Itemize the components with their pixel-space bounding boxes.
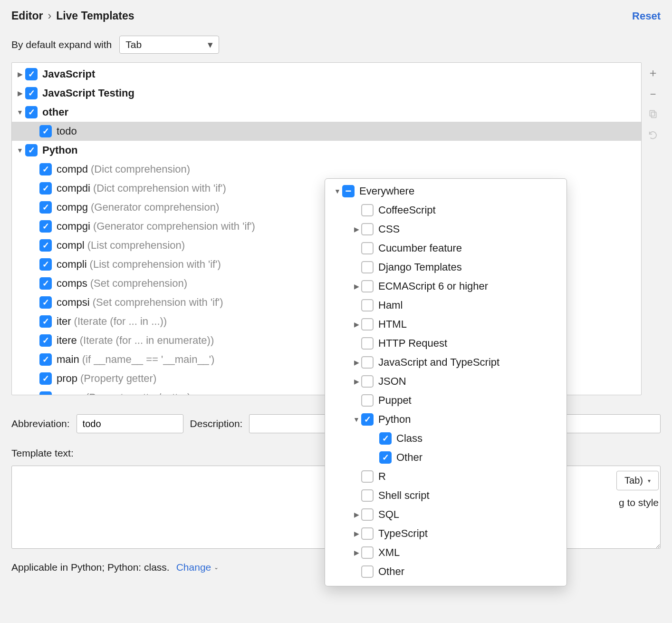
chevron-right-icon[interactable]: ▶ xyxy=(352,282,361,290)
checkbox-haml[interactable] xyxy=(361,299,374,312)
checkbox-iter[interactable] xyxy=(39,315,52,328)
checkbox-r[interactable] xyxy=(361,470,374,483)
checkbox-python[interactable] xyxy=(25,144,38,156)
checkbox-http[interactable] xyxy=(361,337,374,350)
checkbox-cucumber[interactable] xyxy=(361,242,374,254)
abbreviation-input[interactable] xyxy=(77,414,183,433)
context-python-class[interactable]: ▶ Class xyxy=(325,429,566,448)
context-everywhere[interactable]: ▼ Everywhere xyxy=(325,182,566,201)
context-django[interactable]: ▶ Django Templates xyxy=(325,258,566,277)
remove-button[interactable]: － xyxy=(647,88,659,99)
group-javascript[interactable]: ▶ JavaScript xyxy=(12,65,641,84)
chevron-right-icon[interactable]: ▶ xyxy=(352,530,361,537)
checkbox-typescript[interactable] xyxy=(361,527,374,540)
checkbox-puppet[interactable] xyxy=(361,394,374,407)
checkbox-django[interactable] xyxy=(361,261,374,273)
checkbox-compdi[interactable] xyxy=(39,182,52,195)
checkbox-es6[interactable] xyxy=(361,280,374,292)
checkbox-itere[interactable] xyxy=(39,334,52,347)
chevron-down-icon[interactable]: ▼ xyxy=(352,416,361,423)
context-shell[interactable]: ▶ Shell script xyxy=(325,486,566,505)
checkbox-json[interactable] xyxy=(361,375,374,388)
checkbox-main[interactable] xyxy=(39,353,52,366)
context-haml[interactable]: ▶ Haml xyxy=(325,296,566,315)
chevron-right-icon[interactable]: ▶ xyxy=(352,549,361,556)
checkbox-compl[interactable] xyxy=(39,239,52,252)
checkbox-python-class[interactable] xyxy=(379,432,392,445)
group-javascript-testing[interactable]: ▶ JavaScript Testing xyxy=(12,84,641,103)
restore-button[interactable] xyxy=(648,130,658,142)
checkbox-js-ts[interactable] xyxy=(361,356,374,369)
change-context-link[interactable]: Change ⌄ xyxy=(176,562,219,573)
chevron-right-icon[interactable]: ▶ xyxy=(352,321,361,328)
checkbox-compg[interactable] xyxy=(39,201,52,214)
checkbox-html[interactable] xyxy=(361,318,374,331)
context-label: Everywhere xyxy=(359,185,414,197)
context-puppet[interactable]: ▶ Puppet xyxy=(325,391,566,410)
expand-with-select[interactable]: Tab ▾ xyxy=(119,36,219,54)
reformat-hint: g to style xyxy=(619,497,659,508)
template-abbr: comps xyxy=(57,277,87,290)
template-compd[interactable]: ▶compd(Dict comprehension) xyxy=(12,160,641,179)
chevron-down-icon[interactable]: ▼ xyxy=(15,146,25,154)
checkbox-xml[interactable] xyxy=(361,546,374,559)
context-other[interactable]: ▶ Other xyxy=(325,562,566,581)
context-json[interactable]: ▶ JSON xyxy=(325,372,566,391)
context-label: HTML xyxy=(378,318,407,331)
template-desc: (List comprehension with 'if') xyxy=(90,258,221,271)
group-other[interactable]: ▼ other xyxy=(12,103,641,122)
checkbox-javascript-testing[interactable] xyxy=(25,87,38,99)
template-todo[interactable]: ▶ todo xyxy=(12,122,641,141)
checkbox-compd[interactable] xyxy=(39,163,52,175)
checkbox-coffeescript[interactable] xyxy=(361,204,374,216)
chevron-down-icon[interactable]: ▼ xyxy=(333,187,342,195)
template-abbr: prop xyxy=(57,372,77,385)
tree-toolbar: ＋ － xyxy=(645,62,661,395)
context-label: Class xyxy=(396,432,422,445)
context-r[interactable]: ▶ R xyxy=(325,467,566,486)
context-xml[interactable]: ▶ XML xyxy=(325,543,566,562)
context-cucumber[interactable]: ▶ Cucumber feature xyxy=(325,239,566,258)
group-python[interactable]: ▼ Python xyxy=(12,141,641,160)
checkbox-compsi[interactable] xyxy=(39,296,52,309)
chevron-right-icon[interactable]: ▶ xyxy=(15,70,25,78)
checkbox-props[interactable] xyxy=(39,391,52,395)
template-abbr: compl xyxy=(57,239,85,252)
checkbox-css[interactable] xyxy=(361,223,374,235)
context-coffeescript[interactable]: ▶ CoffeeScript xyxy=(325,201,566,220)
checkbox-sql[interactable] xyxy=(361,508,374,521)
context-http[interactable]: ▶ HTTP Request xyxy=(325,334,566,353)
checkbox-compgi[interactable] xyxy=(39,220,52,233)
duplicate-button[interactable] xyxy=(648,109,658,120)
context-sql[interactable]: ▶ SQL xyxy=(325,505,566,524)
chevron-right-icon[interactable]: ▶ xyxy=(15,89,25,97)
checkbox-comps[interactable] xyxy=(39,277,52,290)
context-python[interactable]: ▼ Python xyxy=(325,410,566,429)
chevron-right-icon[interactable]: ▶ xyxy=(352,511,361,518)
context-popup[interactable]: ▼ Everywhere ▶ CoffeeScript ▶ CSS ▶ Cucu… xyxy=(325,178,567,586)
context-css[interactable]: ▶ CSS xyxy=(325,220,566,239)
chevron-down-icon[interactable]: ▼ xyxy=(15,108,25,116)
checkbox-shell[interactable] xyxy=(361,489,374,502)
chevron-right-icon[interactable]: ▶ xyxy=(352,225,361,233)
checkbox-prop[interactable] xyxy=(39,372,52,385)
context-js-ts[interactable]: ▶ JavaScript and TypeScript xyxy=(325,353,566,372)
context-typescript[interactable]: ▶ TypeScript xyxy=(325,524,566,543)
checkbox-python-other[interactable] xyxy=(379,451,392,464)
expand-with-override[interactable]: Tab) ▾ xyxy=(616,471,659,490)
checkbox-other[interactable] xyxy=(25,106,38,118)
reset-link[interactable]: Reset xyxy=(632,10,661,22)
context-python-other[interactable]: ▶ Other xyxy=(325,448,566,467)
add-button[interactable]: ＋ xyxy=(647,67,659,78)
checkbox-context-python[interactable] xyxy=(361,413,374,426)
context-html[interactable]: ▶ HTML xyxy=(325,315,566,334)
chevron-right-icon[interactable]: ▶ xyxy=(352,378,361,385)
checkbox-everywhere[interactable] xyxy=(342,185,355,197)
chevron-right-icon[interactable]: ▶ xyxy=(352,359,361,366)
breadcrumb-editor[interactable]: Editor xyxy=(11,10,43,22)
checkbox-context-other[interactable] xyxy=(361,565,374,578)
checkbox-compli[interactable] xyxy=(39,258,52,271)
context-es6[interactable]: ▶ ECMAScript 6 or higher xyxy=(325,277,566,296)
checkbox-javascript[interactable] xyxy=(25,68,38,80)
checkbox-todo[interactable] xyxy=(39,125,52,137)
